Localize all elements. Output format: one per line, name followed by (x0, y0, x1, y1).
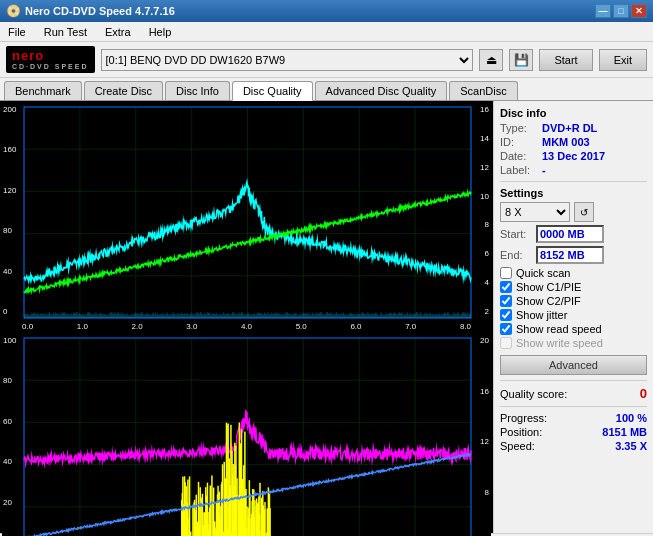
minimize-button[interactable]: — (595, 4, 611, 18)
app-logo: nero CD·DVD SPEED (6, 46, 95, 74)
menu-run-test[interactable]: Run Test (40, 24, 91, 40)
speed-label: Speed: (500, 440, 535, 452)
device-bar: nero CD·DVD SPEED [0:1] BENQ DVD DD DW16… (0, 42, 653, 78)
id-value: MKM 003 (542, 136, 590, 148)
quick-scan-checkbox[interactable] (500, 267, 512, 279)
start-input[interactable] (536, 225, 604, 243)
progress-value: 100 % (616, 412, 647, 424)
menu-extra[interactable]: Extra (101, 24, 135, 40)
menu-file[interactable]: File (4, 24, 30, 40)
refresh-button[interactable]: ↺ (574, 202, 594, 222)
eject-button[interactable]: ⏏ (479, 49, 503, 71)
position-label: Position: (500, 426, 542, 438)
id-label: ID: (500, 136, 538, 148)
pif-chart (2, 334, 491, 536)
advanced-button[interactable]: Advanced (500, 355, 647, 375)
end-input[interactable] (536, 246, 604, 264)
close-button[interactable]: ✕ (631, 4, 647, 18)
tab-advanced-disc-quality[interactable]: Advanced Disc Quality (315, 81, 448, 100)
quality-score-value: 0 (640, 386, 647, 401)
app-title: Nero CD-DVD Speed 4.7.7.16 (25, 5, 175, 17)
disc-info-title: Disc info (500, 107, 647, 119)
tab-scandisc[interactable]: ScanDisc (449, 81, 517, 100)
show-jitter-label: Show jitter (516, 309, 567, 321)
show-read-speed-label: Show read speed (516, 323, 602, 335)
main-content: 20016012080400 161412108642 0.01.02.03.0… (0, 101, 653, 533)
tab-create-disc[interactable]: Create Disc (84, 81, 163, 100)
right-panel: Disc info Type: DVD+R DL ID: MKM 003 Dat… (493, 101, 653, 533)
exit-button[interactable]: Exit (599, 49, 647, 71)
title-bar: 📀 Nero CD-DVD Speed 4.7.7.16 — □ ✕ (0, 0, 653, 22)
start-button[interactable]: Start (539, 49, 592, 71)
maximize-button[interactable]: □ (613, 4, 629, 18)
label-label: Label: (500, 164, 538, 176)
show-c2pif-checkbox[interactable] (500, 295, 512, 307)
show-c1pie-checkbox[interactable] (500, 281, 512, 293)
tabs-bar: Benchmark Create Disc Disc Info Disc Qua… (0, 78, 653, 101)
speed-select[interactable]: 8 X (500, 202, 570, 222)
charts-area: 20016012080400 161412108642 0.01.02.03.0… (0, 101, 493, 533)
menu-help[interactable]: Help (145, 24, 176, 40)
show-write-speed-label: Show write speed (516, 337, 603, 349)
show-jitter-checkbox[interactable] (500, 309, 512, 321)
tab-disc-quality[interactable]: Disc Quality (232, 81, 313, 101)
app-icon: 📀 (6, 4, 21, 18)
date-value: 13 Dec 2017 (542, 150, 605, 162)
show-read-speed-checkbox[interactable] (500, 323, 512, 335)
settings-title: Settings (500, 187, 647, 199)
end-label: End: (500, 249, 532, 261)
tab-benchmark[interactable]: Benchmark (4, 81, 82, 100)
menu-bar: File Run Test Extra Help (0, 22, 653, 42)
tab-disc-info[interactable]: Disc Info (165, 81, 230, 100)
quality-score-label: Quality score: (500, 388, 567, 400)
date-label: Date: (500, 150, 538, 162)
label-value: - (542, 164, 546, 176)
type-value: DVD+R DL (542, 122, 597, 134)
show-c1pie-label: Show C1/PIE (516, 281, 581, 293)
show-write-speed-checkbox[interactable] (500, 337, 512, 349)
progress-label: Progress: (500, 412, 547, 424)
device-dropdown[interactable]: [0:1] BENQ DVD DD DW1620 B7W9 (101, 49, 474, 71)
start-label: Start: (500, 228, 532, 240)
quick-scan-label: Quick scan (516, 267, 570, 279)
show-c2pif-label: Show C2/PIF (516, 295, 581, 307)
save-button[interactable]: 💾 (509, 49, 533, 71)
pie-chart (2, 103, 491, 332)
type-label: Type: (500, 122, 538, 134)
position-value: 8151 MB (602, 426, 647, 438)
speed-value: 3.35 X (615, 440, 647, 452)
